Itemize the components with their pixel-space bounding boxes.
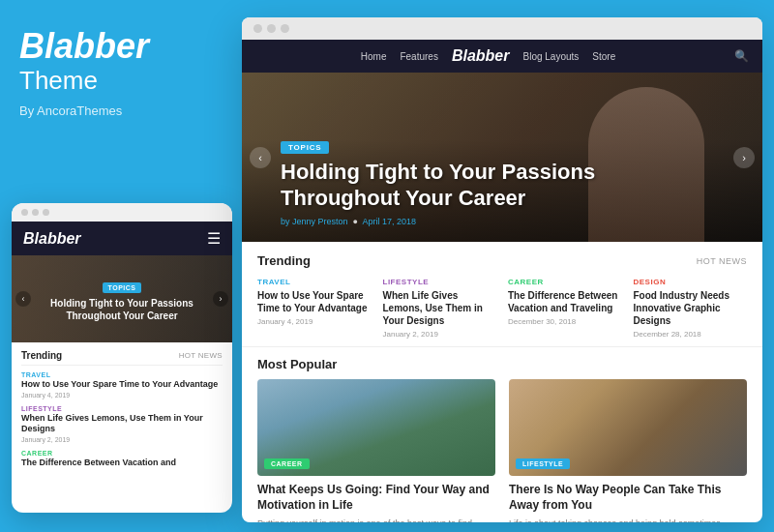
mobile-article-3: CAREER The Difference Between Vacation a… xyxy=(21,450,223,469)
mobile-article-2-category: LIFESTYLE xyxy=(21,405,223,412)
desktop-trending-3-cat: CAREER xyxy=(508,278,622,286)
desktop-trending-item-3: CAREER The Difference Between Vacation a… xyxy=(508,278,622,339)
mobile-article-2-date: January 2, 2019 xyxy=(21,436,223,443)
mobile-article-1-category: TRAVEL xyxy=(21,371,223,378)
mobile-article-3-title: The Difference Between Vacation and xyxy=(21,458,223,469)
desktop-trending-item-1: TRAVEL How to Use Your Spare Time to You… xyxy=(257,278,372,339)
desktop-hero-author: by Jenny Preston xyxy=(281,217,348,226)
desktop-nav: Home Features Blabber Blog Layouts Store… xyxy=(242,40,762,73)
desktop-dot-1 xyxy=(253,24,262,33)
desktop-mockup: Home Features Blabber Blog Layouts Store… xyxy=(242,17,762,522)
mobile-trending-header: Trending HOT NEWS xyxy=(21,350,223,366)
mobile-article-1-title: How to Use Your Spare Time to Your Advan… xyxy=(21,379,223,391)
mobile-trending-section: Trending HOT NEWS TRAVEL How to Use Your… xyxy=(12,342,232,484)
desktop-trending-grid: TRAVEL How to Use Your Spare Time to You… xyxy=(257,278,747,339)
desktop-popular-label: Most Popular xyxy=(257,357,747,371)
desktop-titlebar xyxy=(242,17,762,40)
desktop-trending-4-title: Food Industry Needs Innovative Graphic D… xyxy=(634,289,748,327)
mobile-logo: Blabber xyxy=(23,230,81,248)
desktop-nav-features[interactable]: Features xyxy=(400,51,437,62)
mobile-next-button[interactable]: › xyxy=(213,291,228,307)
mobile-hamburger-icon[interactable]: ☰ xyxy=(207,229,221,248)
mobile-article-1: TRAVEL How to Use Your Spare Time to You… xyxy=(21,371,223,399)
mobile-topics-badge: TOPICS xyxy=(103,282,142,293)
desktop-popular-section: Most Popular CAREER What Keeps Us Going:… xyxy=(242,347,762,522)
desktop-popular-2-title: There Is No Way People Can Take This Awa… xyxy=(509,483,747,513)
desktop-nav-home[interactable]: Home xyxy=(361,51,387,62)
mobile-hero-title: Holding Tight to Your Passions Throughou… xyxy=(27,297,217,322)
desktop-hero: ‹ TOPICS Holding Tight to Your Passions … xyxy=(242,73,762,242)
desktop-popular-1-title: What Keeps Us Going: Find Your Way and M… xyxy=(257,483,495,513)
desktop-trending-header: Trending HOT NEWS xyxy=(257,253,747,268)
desktop-topics-badge: TOPICS xyxy=(281,141,329,154)
desktop-trending-4-date: December 28, 2018 xyxy=(634,330,748,339)
desktop-nav-logo: Blabber xyxy=(452,47,510,65)
desktop-trending-item-4: DESIGN Food Industry Needs Innovative Gr… xyxy=(634,278,748,339)
mobile-article-1-date: January 4, 2019 xyxy=(21,392,223,399)
desktop-popular-grid: CAREER What Keeps Us Going: Find Your Wa… xyxy=(257,379,747,522)
desktop-popular-2-desc: Life is about taking chances and being b… xyxy=(509,517,747,522)
mobile-prev-button[interactable]: ‹ xyxy=(15,291,31,307)
desktop-trending-1-date: January 4, 2019 xyxy=(257,317,372,326)
desktop-trending-2-date: January 2, 2019 xyxy=(383,330,497,339)
desktop-trending-1-cat: TRAVEL xyxy=(257,278,372,286)
mobile-hero: ‹ TOPICS Holding Tight to Your Passions … xyxy=(12,255,232,342)
desktop-popular-item-1: CAREER What Keeps Us Going: Find Your Wa… xyxy=(257,379,495,522)
desktop-nav-store[interactable]: Store xyxy=(592,51,615,62)
desktop-trending-3-date: December 30, 2018 xyxy=(508,317,622,326)
desktop-trending-2-cat: LIFESTYLE xyxy=(383,278,497,286)
desktop-prev-button[interactable]: ‹ xyxy=(250,147,271,168)
desktop-trending-1-title: How to Use Your Spare Time to Your Advan… xyxy=(257,289,372,314)
mobile-mockup: Blabber ☰ ‹ TOPICS Holding Tight to Your… xyxy=(12,203,232,513)
mobile-dot-3 xyxy=(43,209,49,216)
brand-subtitle: Theme xyxy=(19,66,213,96)
desktop-hero-meta: by Jenny Preston ● April 17, 2018 xyxy=(281,217,595,226)
mobile-hot-news: HOT NEWS xyxy=(179,351,223,360)
desktop-hot-news: HOT NEWS xyxy=(697,256,747,266)
desktop-nav-items: Home Features Blabber Blog Layouts Store xyxy=(255,47,721,65)
desktop-search-icon[interactable]: 🔍 xyxy=(734,49,749,63)
desktop-dot-2 xyxy=(267,24,276,33)
mobile-article-2: LIFESTYLE When Life Gives Lemons, Use Th… xyxy=(21,405,223,443)
desktop-popular-1-image: CAREER xyxy=(257,379,495,476)
desktop-next-button[interactable]: › xyxy=(733,147,755,168)
mobile-article-3-category: CAREER xyxy=(21,450,223,457)
desktop-trending-item-2: LIFESTYLE When Life Gives Lemons, Use Th… xyxy=(383,278,497,339)
mobile-article-2-title: When Life Gives Lemons, Use Them in Your… xyxy=(21,413,223,435)
mobile-titlebar xyxy=(12,203,232,222)
brand-by-line: By AncoraThemes xyxy=(19,103,213,118)
mobile-hero-content: TOPICS Holding Tight to Your Passions Th… xyxy=(12,277,232,322)
desktop-popular-2-badge: LIFESTYLE xyxy=(516,458,570,469)
desktop-popular-1-desc: Putting yourself in motion is one of the… xyxy=(257,517,495,522)
desktop-trending-4-cat: DESIGN xyxy=(634,278,748,286)
mobile-trending-label: Trending xyxy=(21,350,62,361)
desktop-dot-3 xyxy=(281,24,289,33)
desktop-hero-title-line2: Throughout Your Career xyxy=(281,186,525,210)
desktop-popular-2-image: LIFESTYLE xyxy=(509,379,747,476)
desktop-hero-title: Holding Tight to Your Passions Throughou… xyxy=(281,160,595,211)
mobile-dot-2 xyxy=(32,209,39,216)
desktop-trending-section: Trending HOT NEWS TRAVEL How to Use Your… xyxy=(242,242,762,347)
mobile-dot-1 xyxy=(21,209,28,216)
desktop-hero-date: April 17, 2018 xyxy=(363,217,417,226)
brand-name: Blabber Theme By AncoraThemes xyxy=(19,29,213,118)
desktop-nav-blog-layouts[interactable]: Blog Layouts xyxy=(523,51,580,62)
desktop-hero-content: TOPICS Holding Tight to Your Passions Th… xyxy=(242,136,624,242)
desktop-trending-label: Trending xyxy=(257,253,311,268)
mobile-nav: Blabber ☰ xyxy=(12,222,232,255)
desktop-trending-2-title: When Life Gives Lemons, Use Them in Your… xyxy=(383,289,497,327)
brand-bold: Blabber xyxy=(19,26,149,66)
desktop-hero-title-line1: Holding Tight to Your Passions xyxy=(281,160,595,184)
desktop-popular-1-badge: CAREER xyxy=(264,458,310,469)
desktop-popular-item-2: LIFESTYLE There Is No Way People Can Tak… xyxy=(509,379,747,522)
desktop-trending-3-title: The Difference Between Vacation and Trav… xyxy=(508,289,622,314)
